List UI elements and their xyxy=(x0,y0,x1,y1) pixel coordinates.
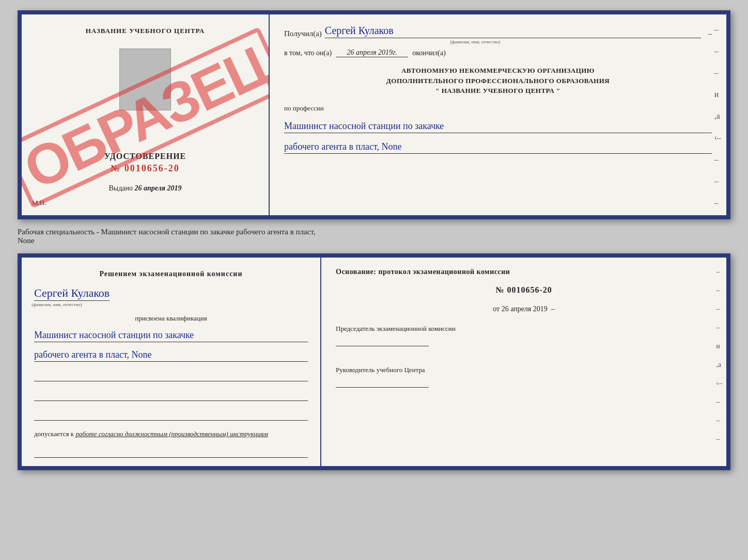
top-doc-left: НАЗВАНИЕ УЧЕБНОГО ЦЕНТРА ОБРАЗЕЦ УДОСТОВ… xyxy=(22,14,270,215)
person-name-cursive: Сергей Кулаков (фамилия, имя, отчество) xyxy=(34,286,110,301)
rukovoditel-block: Руководитель учебного Центра xyxy=(336,366,712,388)
vydano-row: Выдано 26 апреля 2019 xyxy=(108,184,181,193)
resheniem-title: Решением экзаменационной комиссии xyxy=(34,270,308,278)
vydano-date: 26 апреля 2019 xyxy=(135,184,182,192)
profession-line2: рабочего агента в пласт, None xyxy=(284,141,712,154)
dopuskaetsya-value: работе согласно должностным (производств… xyxy=(75,430,268,438)
right-dashes-bottom: – – – – и ,а ‹– – – – xyxy=(716,268,722,443)
poluchil-label: Получил(а) xyxy=(284,29,322,38)
caption-text: Рабочая специальность - Машинист насосно… xyxy=(18,228,316,236)
caption-block: Рабочая специальность - Машинист насосно… xyxy=(18,228,730,245)
caption-text2: None xyxy=(18,236,35,245)
top-doc-right: – – – и ,а ‹– – – – Получил(а) Сергей Ку… xyxy=(270,14,726,215)
bottom-document: Решением экзаменационной комиссии Сергей… xyxy=(18,253,730,470)
predsedatel-sign-line xyxy=(336,336,429,346)
blank-line-3 xyxy=(34,410,308,421)
prisvoena: присвоена квалификация xyxy=(34,314,308,323)
ot-date: от 26 апреля 2019 – xyxy=(336,305,712,313)
udostoverenie-block: УДОСТОВЕРЕНИЕ № 0010656-20 xyxy=(104,152,186,174)
vtom-row: в том, что он(а) 26 апреля 2019г. окончи… xyxy=(284,49,712,57)
vtom-label: в том, что он(а) xyxy=(284,49,332,57)
poluchil-name: Сергей Кулаков (фамилия, имя, отчество) xyxy=(325,25,701,38)
org-name: " НАЗВАНИЕ УЧЕБНОГО ЦЕНТРА " xyxy=(284,86,712,96)
vtom-date: 26 апреля 2019г. xyxy=(336,49,408,57)
ot-label: от xyxy=(493,305,500,313)
person-name-block: Сергей Кулаков (фамилия, имя, отчество) xyxy=(34,286,308,300)
po-professii: по профессии xyxy=(284,104,712,113)
org-line1: АВТОНОМНУЮ НЕКОММЕРЧЕСКУЮ ОРГАНИЗАЦИЮ xyxy=(284,66,712,76)
ot-date-value: 26 апреля 2019 xyxy=(502,305,548,313)
org-line2: ДОПОЛНИТЕЛЬНОГО ПРОФЕССИОНАЛЬНОГО ОБРАЗО… xyxy=(284,76,712,86)
rukovoditel-title: Руководитель учебного Центра xyxy=(336,366,425,374)
bottom-doc-left: Решением экзаменационной комиссии Сергей… xyxy=(22,258,321,466)
dopuskaetsya-block: допускается к работе согласно должностны… xyxy=(34,430,308,438)
osnovanie-label: Основание: протокол экзаменационной коми… xyxy=(336,268,712,276)
predsedatel-block: Председатель экзаменационной комиссии xyxy=(336,325,712,346)
top-document: НАЗВАНИЕ УЧЕБНОГО ЦЕНТРА ОБРАЗЕЦ УДОСТОВ… xyxy=(18,10,730,219)
predsedatel-title: Председатель экзаменационной комиссии xyxy=(336,325,456,332)
center-name-top: НАЗВАНИЕ УЧЕБНОГО ЦЕНТРА xyxy=(86,27,205,35)
poluchil-row: Получил(а) Сергей Кулаков (фамилия, имя,… xyxy=(284,25,712,38)
rukovoditel-sign-line xyxy=(336,377,429,388)
qualification-line1: Машинист насосной станции по закачке xyxy=(34,330,308,342)
mp-label: М.П. xyxy=(32,199,46,207)
udostoverenie-title: УДОСТОВЕРЕНИЕ xyxy=(104,152,186,161)
photo-placeholder xyxy=(119,49,171,110)
protocol-number: № 0010656-20 xyxy=(336,285,712,295)
fio-hint-bottom: (фамилия, имя, отчество) xyxy=(32,302,82,307)
fio-hint-top: (фамилия, имя, отчество) xyxy=(450,39,500,44)
blank-line-1 xyxy=(34,371,308,381)
org-block: АВТОНОМНУЮ НЕКОММЕРЧЕСКУЮ ОРГАНИЗАЦИЮ ДО… xyxy=(284,66,712,96)
bottom-doc-right: – – – – и ,а ‹– – – – Основание: протоко… xyxy=(321,258,726,466)
blank-line-2 xyxy=(34,391,308,401)
right-dashes-top: – – – и ,а ‹– – – – xyxy=(714,25,721,207)
profession-line1: Машинист насосной станции по закачке xyxy=(284,121,712,133)
blank-line-4 xyxy=(34,447,308,458)
qualification-line2: рабочего агента в пласт, None xyxy=(34,349,308,362)
udostoverenie-number: № 0010656-20 xyxy=(104,163,186,174)
okonchil-label: окончил(а) xyxy=(412,49,446,57)
dopuskaetsya-label: допускается к xyxy=(34,430,74,438)
vydano-label: Выдано xyxy=(108,184,133,192)
